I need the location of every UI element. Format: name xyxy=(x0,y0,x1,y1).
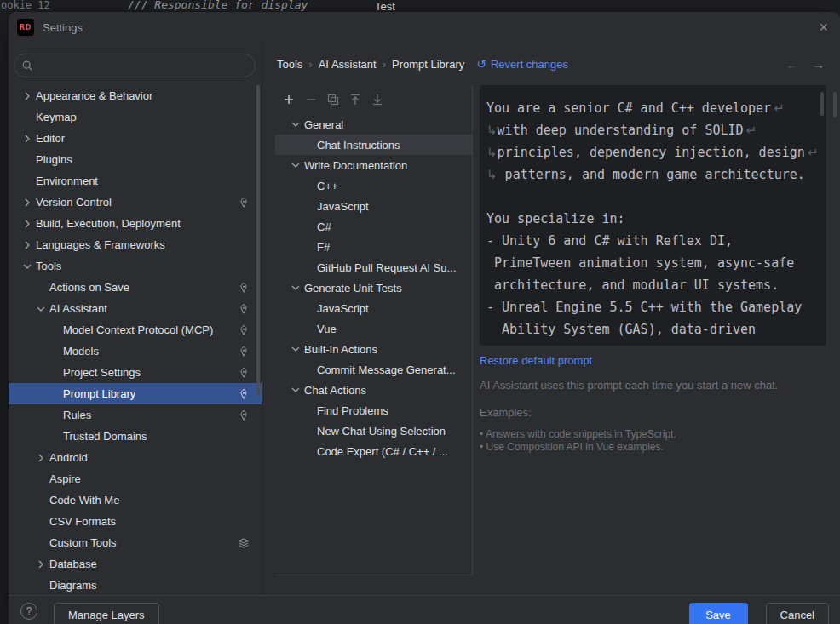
editor-scrollbar[interactable] xyxy=(820,92,824,116)
pen-nib-icon xyxy=(238,409,250,421)
sidebar-item-aspire[interactable]: Aspire xyxy=(9,468,262,489)
manage-layers-button[interactable]: Manage Layers xyxy=(54,603,159,624)
sidebar-scrollbar[interactable] xyxy=(256,85,260,396)
revert-changes-label: Revert changes xyxy=(491,58,568,71)
prompt-item-chat-instructions[interactable]: Chat Instructions xyxy=(275,135,472,155)
move-up-icon[interactable] xyxy=(348,93,362,106)
chevron-down-icon[interactable] xyxy=(287,158,304,172)
sidebar-item-version-control[interactable]: Version Control xyxy=(9,192,262,213)
sidebar-item-label: Appearance & Behavior xyxy=(36,89,152,102)
sidebar-item-csv-formats[interactable]: CSV Formats xyxy=(9,511,262,532)
chevron-down-icon[interactable] xyxy=(19,260,36,273)
settings-search[interactable] xyxy=(14,54,256,77)
restore-default-prompt-link[interactable]: Restore default prompt xyxy=(480,354,592,367)
sidebar-item-trusted-domains[interactable]: Trusted Domains xyxy=(9,426,262,447)
prompt-item-built-in-actions[interactable]: Built-In Actions xyxy=(275,339,472,359)
sidebar-item-label: Models xyxy=(63,345,99,358)
sidebar-item-plugins[interactable]: Plugins xyxy=(9,149,262,170)
cancel-button[interactable]: Cancel xyxy=(766,603,829,624)
breadcrumb-prompt-library[interactable]: Prompt Library xyxy=(392,58,464,71)
save-button[interactable]: Save xyxy=(689,603,748,624)
chevron-right-icon[interactable] xyxy=(19,89,36,103)
chevron-right-icon[interactable] xyxy=(19,196,36,209)
editor-line: ↳with deep understanding of SOLID↵ xyxy=(486,119,820,141)
pen-nib-icon xyxy=(238,282,250,294)
prompt-item-f[interactable]: F# xyxy=(275,237,472,257)
prompt-item-label: New Chat Using Selection xyxy=(317,425,446,438)
prompt-item-javascript[interactable]: JavaScript xyxy=(275,196,472,216)
sidebar-item-label: Prompt Library xyxy=(63,387,135,400)
prompt-item-generate-unit-tests[interactable]: Generate Unit Tests xyxy=(275,278,472,298)
sidebar-item-build-execution-deployment[interactable]: Build, Execution, Deployment xyxy=(9,213,262,234)
help-icon[interactable]: ? xyxy=(20,603,37,620)
move-down-icon[interactable] xyxy=(371,93,384,106)
search-input[interactable] xyxy=(38,60,248,72)
prompt-description: AI Assistant uses this prompt each time … xyxy=(480,379,840,392)
sidebar-item-actions-on-save[interactable]: Actions on Save xyxy=(9,277,262,298)
dialog-footer: ? Manage Layers Save Cancel xyxy=(9,595,840,624)
examples-label: Examples: xyxy=(480,406,840,419)
prompt-item-javascript[interactable]: JavaScript xyxy=(275,298,472,318)
sidebar-item-custom-tools[interactable]: Custom Tools xyxy=(9,532,262,553)
prompt-item-chat-actions[interactable]: Chat Actions xyxy=(275,380,472,400)
sidebar-item-model-context-protocol-mcp[interactable]: Model Context Protocol (MCP) xyxy=(9,319,262,341)
chevron-right-icon[interactable] xyxy=(32,558,49,571)
sidebar-item-models[interactable]: Models xyxy=(9,341,262,362)
sidebar-item-keymap[interactable]: Keymap xyxy=(9,106,262,128)
duplicate-icon[interactable] xyxy=(326,93,340,106)
sidebar-item-languages-frameworks[interactable]: Languages & Frameworks xyxy=(9,234,262,255)
chevron-right-icon[interactable] xyxy=(19,238,36,252)
remove-icon[interactable] xyxy=(304,93,318,106)
examples-list: Answers with code snippets in TypeScript… xyxy=(480,428,840,454)
chevron-down-icon[interactable] xyxy=(287,117,304,131)
sidebar-item-label: Code With Me xyxy=(49,494,119,507)
revert-changes-link[interactable]: ↺ Revert changes xyxy=(476,57,568,71)
close-icon[interactable]: × xyxy=(819,20,828,35)
sidebar-item-editor[interactable]: Editor xyxy=(9,128,262,149)
soft-wrap-start-icon: ↳ xyxy=(486,167,498,182)
sidebar-item-android[interactable]: Android xyxy=(9,447,262,468)
prompt-item-vue[interactable]: Vue xyxy=(275,318,472,339)
sidebar-item-appearance-behavior[interactable]: Appearance & Behavior xyxy=(9,85,262,106)
chevron-down-icon[interactable] xyxy=(287,383,304,397)
back-arrow-icon[interactable]: ← xyxy=(785,57,798,72)
prompt-item-label: C# xyxy=(317,220,331,233)
prompt-item-new-chat-using-selection[interactable]: New Chat Using Selection xyxy=(275,421,472,441)
prompt-item-c[interactable]: C# xyxy=(275,216,472,237)
prompt-item-write-documentation[interactable]: Write Documentation xyxy=(275,155,472,175)
sidebar-item-database[interactable]: Database xyxy=(9,553,262,575)
chevron-right-icon[interactable] xyxy=(19,217,36,231)
breadcrumb-ai-assistant[interactable]: AI Assistant xyxy=(319,58,377,71)
prompt-item-code-expert-c-c[interactable]: Code Expert (C# / C++ / ... xyxy=(275,441,472,461)
main-scrollbar[interactable] xyxy=(833,92,837,117)
background-editor-tab[interactable]: Test xyxy=(375,0,395,12)
sidebar-item-diagrams[interactable]: Diagrams xyxy=(9,575,262,595)
sidebar-item-tools[interactable]: Tools xyxy=(9,255,262,277)
sidebar-item-code-with-me[interactable]: Code With Me xyxy=(9,489,262,511)
sidebar-item-environment[interactable]: Environment xyxy=(9,170,262,192)
pen-nib-icon xyxy=(238,197,250,209)
prompt-tree: GeneralChat InstructionsWrite Documentat… xyxy=(275,114,472,461)
sidebar-item-project-settings[interactable]: Project Settings xyxy=(9,362,262,383)
sidebar-item-ai-assistant[interactable]: AI Assistant xyxy=(9,298,262,319)
prompt-item-label: Chat Instructions xyxy=(317,139,400,152)
chevron-down-icon[interactable] xyxy=(287,342,304,356)
prompt-item-commit-message-generat[interactable]: Commit Message Generat... xyxy=(275,359,472,380)
forward-arrow-icon[interactable]: → xyxy=(812,57,825,72)
prompt-editor[interactable]: You are a senior C# and C++ developer↵↳w… xyxy=(480,85,826,346)
pen-nib-icon xyxy=(238,388,250,400)
prompt-item-github-pull-request-ai-su[interactable]: GitHub Pull Request AI Su... xyxy=(275,257,472,278)
sidebar-item-rules[interactable]: Rules xyxy=(9,404,262,426)
breadcrumb-tools[interactable]: Tools xyxy=(277,58,302,71)
prompt-item-find-problems[interactable]: Find Problems xyxy=(275,400,472,421)
prompt-item-general[interactable]: General xyxy=(275,114,472,135)
chevron-right-icon[interactable] xyxy=(32,451,49,465)
prompt-item-label: Code Expert (C# / C++ / ... xyxy=(317,445,448,458)
chevron-down-icon[interactable] xyxy=(287,281,304,295)
add-icon[interactable] xyxy=(282,93,296,106)
chevron-right-icon[interactable] xyxy=(19,132,36,146)
soft-wrap-end-icon: ↵ xyxy=(808,145,819,160)
chevron-down-icon[interactable] xyxy=(32,302,49,316)
prompt-item-c[interactable]: C++ xyxy=(275,175,472,196)
sidebar-item-prompt-library[interactable]: Prompt Library xyxy=(9,383,262,404)
